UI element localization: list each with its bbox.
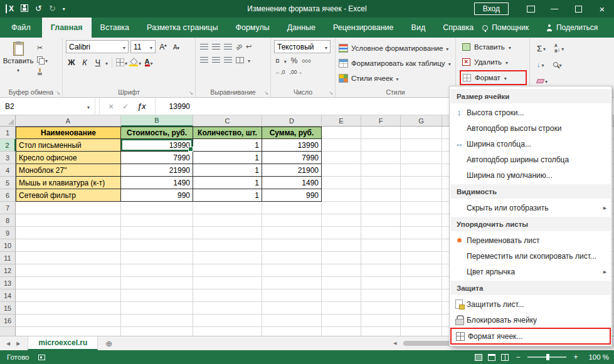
page-layout-view-button[interactable]	[488, 354, 495, 361]
ribbon-tab-2[interactable]: Вставка	[92, 18, 138, 38]
conditional-formatting-button[interactable]: Условное форматирование	[339, 41, 453, 55]
cell-A16[interactable]	[16, 315, 121, 327]
column-header-G[interactable]: G	[401, 115, 442, 127]
redo-icon[interactable]: ↻	[49, 4, 56, 13]
cell-C11[interactable]	[193, 252, 262, 264]
cell-C4[interactable]: 1	[193, 164, 262, 177]
row-header-3[interactable]: 3	[0, 152, 16, 164]
cell-C17[interactable]	[193, 327, 262, 336]
cell-E17[interactable]	[322, 327, 361, 336]
format-button[interactable]: Формат	[460, 70, 527, 85]
cell-F16[interactable]	[361, 315, 401, 327]
customize-toolbar-icon[interactable]	[63, 4, 65, 14]
cell-A6[interactable]: Сетевой фильтр	[16, 189, 121, 202]
paste-button[interactable]: Вставить	[3, 40, 33, 76]
row-header-1[interactable]: 1	[0, 127, 16, 139]
zoom-slider-thumb[interactable]	[546, 354, 549, 360]
cell-D3[interactable]: 7990	[262, 152, 322, 164]
cell-G2[interactable]	[401, 139, 442, 152]
cell-C14[interactable]	[193, 289, 262, 302]
cell-A14[interactable]	[16, 289, 121, 302]
cell-C16[interactable]	[193, 315, 262, 327]
enter-icon[interactable]	[122, 102, 129, 111]
cell-E11[interactable]	[322, 252, 361, 264]
bold-button[interactable]: Ж	[66, 56, 77, 68]
cell-E6[interactable]	[322, 189, 361, 202]
ribbon-tab-8[interactable]: Справка	[434, 18, 482, 38]
row-header-13[interactable]: 13	[0, 277, 16, 289]
row-header-9[interactable]: 9	[0, 227, 16, 239]
copy-button[interactable]	[37, 55, 48, 65]
cell-D13[interactable]	[262, 277, 322, 289]
delete-cells-button[interactable]: Удалить	[459, 55, 527, 68]
format-as-table-button[interactable]: Форматировать как таблицу	[339, 56, 453, 70]
font-name-select[interactable]: Calibri	[66, 40, 129, 53]
cell-G9[interactable]	[401, 227, 442, 239]
menu-item-rename-sheet[interactable]: Переименовать лист	[450, 232, 611, 248]
underline-button[interactable]: Ч	[92, 56, 103, 68]
cell-G4[interactable]	[401, 164, 442, 177]
menu-item-plain[interactable]: Цвет ярлычка	[450, 264, 611, 279]
cell-D12[interactable]	[262, 264, 322, 277]
row-header-7[interactable]: 7	[0, 202, 16, 214]
cell-D1[interactable]: Сумма, руб.	[262, 127, 322, 139]
cell-D15[interactable]	[262, 302, 322, 315]
cell-G15[interactable]	[401, 302, 442, 315]
undo-icon[interactable]: ↺	[35, 4, 42, 13]
ribbon-display-options-icon[interactable]	[519, 0, 543, 18]
cell-D14[interactable]	[262, 289, 322, 302]
font-color-button[interactable]	[143, 56, 154, 68]
cell-F8[interactable]	[361, 214, 401, 227]
row-header-10[interactable]: 10	[0, 239, 16, 252]
cell-B15[interactable]	[121, 302, 193, 315]
cell-B9[interactable]	[121, 227, 193, 239]
clear-button[interactable]	[537, 76, 548, 85]
alignment-dialog-launcher-icon[interactable]	[264, 90, 268, 96]
menu-item-plain[interactable]: Автоподбор высоты строки	[450, 120, 611, 136]
cell-B6[interactable]: 990	[121, 189, 193, 202]
cell-G8[interactable]	[401, 214, 442, 227]
cell-D6[interactable]: 990	[262, 189, 322, 202]
row-header-6[interactable]: 6	[0, 189, 16, 202]
align-center-icon[interactable]	[212, 57, 220, 63]
cell-E14[interactable]	[322, 289, 361, 302]
menu-item-plain[interactable]: Ширина по умолчанию...	[450, 167, 611, 183]
menu-item-plain[interactable]: Автоподбор ширины столбца	[450, 152, 611, 167]
cell-F3[interactable]	[361, 152, 401, 164]
row-header-12[interactable]: 12	[0, 264, 16, 277]
sign-in-button[interactable]: Вход	[474, 3, 509, 15]
share-button[interactable]: Поделиться	[546, 23, 598, 32]
cell-A3[interactable]: Кресло офисное	[16, 152, 121, 164]
cell-F6[interactable]	[361, 189, 401, 202]
align-middle-icon[interactable]	[212, 44, 220, 50]
clipboard-dialog-launcher-icon[interactable]	[56, 90, 60, 96]
borders-button[interactable]	[116, 56, 127, 68]
percent-format-icon[interactable]	[291, 56, 298, 65]
row-header-8[interactable]: 8	[0, 214, 16, 227]
minimize-button[interactable]	[543, 0, 566, 18]
next-sheet-icon[interactable]	[16, 341, 20, 346]
cell-D5[interactable]: 1490	[262, 177, 322, 189]
cell-A12[interactable]	[16, 264, 121, 277]
number-format-select[interactable]: Текстовый	[274, 40, 331, 53]
zoom-in-button[interactable]	[572, 353, 580, 361]
cell-C1[interactable]: Количество, шт.	[193, 127, 262, 139]
row-header-2[interactable]: 2	[0, 139, 16, 152]
chevron-down-icon[interactable]	[105, 58, 108, 67]
column-header-A[interactable]: A	[16, 115, 121, 127]
row-header-5[interactable]: 5	[0, 177, 16, 189]
cell-G17[interactable]	[401, 327, 442, 336]
cell-E16[interactable]	[322, 315, 361, 327]
cell-F14[interactable]	[361, 289, 401, 302]
autosum-button[interactable]: Σ	[537, 44, 546, 53]
cell-D17[interactable]	[262, 327, 322, 336]
previous-sheet-icon[interactable]	[6, 341, 10, 346]
cell-B11[interactable]	[121, 252, 193, 264]
font-dialog-launcher-icon[interactable]	[189, 90, 193, 96]
menu-item-plain[interactable]: Переместить или скопировать лист...	[450, 248, 611, 264]
menu-item-column-width[interactable]: Ширина столбца...	[450, 136, 611, 152]
cell-E1[interactable]	[322, 127, 361, 139]
cell-G16[interactable]	[401, 315, 442, 327]
cell-D9[interactable]	[262, 227, 322, 239]
cell-B13[interactable]	[121, 277, 193, 289]
